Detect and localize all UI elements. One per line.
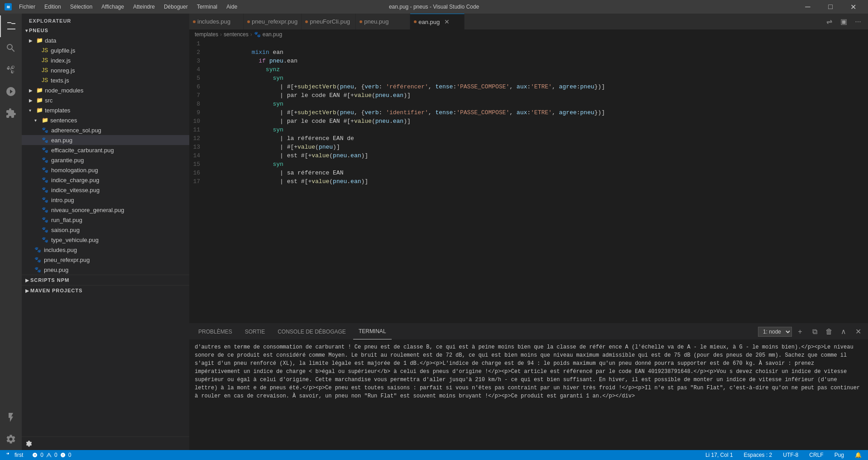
error-warning-item[interactable]: ✕ 0 0 0 [29,450,74,460]
panel-tab-sortie[interactable]: SORTIE [240,324,270,339]
tab-pneu-refexpr[interactable]: pneu_refexpr.pug [244,14,302,29]
sidebar-item-homologation[interactable]: 🐾 homologation.pug [22,165,189,175]
breadcrumb-sentences[interactable]: sentences [224,31,249,38]
sidebar-item-node-modules[interactable]: ▶ 📁 node_modules [22,85,189,95]
pug-file-icon: 🐾 [42,197,48,203]
status-bar-right: Li 17, Col 1 Espaces : 2 UTF-8 CRLF Pug … [703,450,864,460]
panel-tab-problemes[interactable]: PROBLÈMES [193,324,238,339]
menu-aide[interactable]: Aide [223,3,241,11]
menu-edition[interactable]: Edition [41,3,65,11]
sidebar-item-intro[interactable]: 🐾 intro.pug [22,195,189,205]
sidebar-item-indice-vitesse[interactable]: 🐾 indice_vitesse.pug [22,185,189,195]
folder-icon: 📁 [36,87,43,93]
activity-bar-test[interactable] [0,407,22,428]
cursor-position: Li 17, Col 1 [705,452,733,458]
close-button[interactable]: ✕ [843,0,863,14]
activity-bar-settings[interactable] [0,428,22,450]
cursor-position-item[interactable]: Li 17, Col 1 [703,450,736,460]
activity-bar-source-control[interactable] [0,59,22,81]
code-editor[interactable]: 12345 678910 1112131415 1617 mixin ean i… [189,39,868,323]
tab-label: pneuForCli.pug [310,18,350,25]
maximize-panel-icon[interactable]: ∧ [837,325,850,338]
indentation-item[interactable]: Espaces : 2 [741,450,775,460]
sidebar-item-includes-pug[interactable]: 🐾 includes.pug [22,245,189,255]
menu-fichier[interactable]: Fichier [15,3,39,11]
sidebar-item-textsjs[interactable]: ▶ JS texts.js [22,75,189,85]
code-content[interactable]: mixin ean if pneu.ean synz syn [207,39,868,323]
sidebar-item-templates[interactable]: ▾ 📁 templates [22,105,189,115]
feedback-item[interactable]: 🔔 [852,450,864,460]
panel-actions: 1: node + ⧉ 🗑 ∧ ✕ [758,325,864,338]
folder-icon: 📁 [42,117,48,123]
kill-terminal-icon[interactable]: 🗑 [823,325,835,338]
split-editor-icon[interactable]: ⇌ [823,15,835,28]
scripts-npm-header[interactable]: ▶ SCRIPTS NPM [22,275,189,285]
sidebar-item-indexjs[interactable]: ▶ JS index.js [22,55,189,65]
minimize-button[interactable]: ─ [797,0,818,14]
sidebar-item-type-vehicule[interactable]: 🐾 type_vehicule.pug [22,235,189,245]
panel-tab-terminal[interactable]: TERMINAL [353,324,392,339]
expand-arrow-icon: ▶ [29,98,36,103]
toggle-panel-icon[interactable]: ▣ [837,15,850,28]
spaces-label: Espaces : 2 [744,452,772,458]
activity-bar-extensions[interactable] [0,102,22,124]
sidebar-item-label: saison.pug [51,227,80,233]
encoding-item[interactable]: UTF-8 [780,450,801,460]
pug-file-icon: 🐾 [42,177,48,183]
sidebar: EXPLORATEUR ▾ PNEUS ▶ 📁 data ▶ JS gulpfi… [22,14,189,450]
tab-includes-pug[interactable]: includes.pug [189,14,244,29]
menu-terminal[interactable]: Terminal [193,3,221,11]
code-line-4: syn [209,65,868,74]
sidebar-item-efficacite[interactable]: 🐾 efficacite_carburant.pug [22,145,189,155]
line-ending-item[interactable]: CRLF [806,450,826,460]
sidebar-item-nonregjs[interactable]: ▶ JS nonreg.js [22,65,189,75]
sidebar-root-folder[interactable]: ▾ PNEUS [22,25,189,35]
encoding-label: UTF-8 [783,452,798,458]
sidebar-item-src[interactable]: ▶ 📁 src [22,95,189,105]
sidebar-item-adherence[interactable]: 🐾 adherence_sol.pug [22,125,189,135]
sidebar-item-niveau[interactable]: 🐾 niveau_sonore_general.pug [22,205,189,215]
language-item[interactable]: Pug [832,450,847,460]
tab-pneu-forcli[interactable]: pneuForCli.pug [302,14,356,29]
sidebar-item-pneu-refexpr[interactable]: 🐾 pneu_refexpr.pug [22,255,189,265]
menu-debogueur[interactable]: Déboguer [160,3,192,11]
sidebar-item-pneu-pug[interactable]: 🐾 pneu.pug [22,265,189,275]
split-terminal-icon[interactable]: ⧉ [808,325,821,338]
breadcrumb-templates[interactable]: templates [195,31,218,38]
activity-bar-search[interactable] [0,37,22,59]
more-actions-icon[interactable]: ··· [852,15,864,28]
menu-atteindre[interactable]: Atteindre [129,3,158,11]
sidebar-item-ean-pug[interactable]: 🐾 ean.pug [22,135,189,145]
maven-projects-header[interactable]: ▶ MAVEN PROJECTS [22,286,189,295]
close-panel-icon[interactable]: ✕ [852,325,864,338]
activity-bar-explorer[interactable] [0,15,22,37]
tab-pneu-pug[interactable]: pneu.pug [356,14,410,29]
activity-bar [0,14,22,450]
sidebar-settings[interactable] [22,436,189,450]
panel-tab-console[interactable]: CONSOLE DE DÉBOGAGE [272,324,351,339]
sidebar-item-indice-charge[interactable]: 🐾 indice_charge.pug [22,175,189,185]
git-branch-item[interactable]: first [4,450,26,460]
titlebar: ≋ Fichier Edition Sélection Affichage At… [0,0,868,14]
add-terminal-icon[interactable]: + [794,325,806,338]
menu-selection[interactable]: Sélection [67,3,96,11]
terminal-content[interactable]: d'autres en terme de consommation de car… [189,339,868,450]
tab-ean-pug[interactable]: ean.pug ✕ [410,14,465,29]
tab-close-button[interactable]: ✕ [443,18,451,25]
sidebar-item-saison[interactable]: 🐾 saison.pug [22,225,189,235]
sidebar-item-sentences[interactable]: ▾ 📁 sentences [22,115,189,125]
menu-affichage[interactable]: Affichage [98,3,128,11]
sidebar-content: ▾ PNEUS ▶ 📁 data ▶ JS gulpfile.js ▶ JS [22,25,189,436]
sidebar-item-data[interactable]: ▶ 📁 data [22,35,189,45]
expand-arrow-icon: ▶ [25,288,29,293]
sidebar-item-gulpfile[interactable]: ▶ JS gulpfile.js [22,45,189,55]
expand-arrow-icon: ▾ [29,108,36,113]
terminal-selector[interactable]: 1: node [758,327,792,337]
pug-file-icon: 🐾 [42,157,48,163]
maximize-button[interactable]: □ [820,0,841,14]
activity-bar-debug[interactable] [0,81,22,102]
sidebar-item-run-flat[interactable]: 🐾 run_flat.pug [22,215,189,225]
sidebar-item-label: node_modules [45,87,83,94]
breadcrumb-ean-pug[interactable]: ean.pug [263,31,282,38]
sidebar-item-garantie[interactable]: 🐾 garantie.pug [22,155,189,165]
